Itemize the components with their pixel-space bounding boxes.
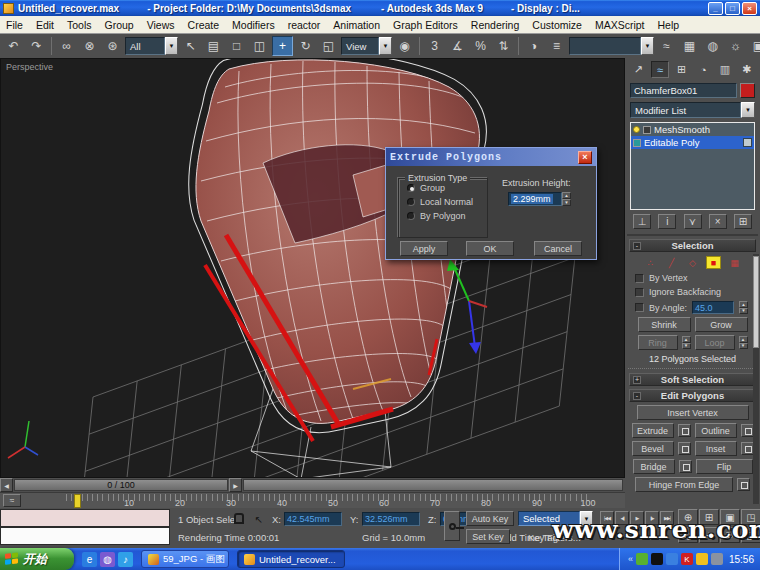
taskbar-item-3dsmax[interactable]: Untitled_recover... xyxy=(237,550,345,568)
by-angle-checkbox[interactable] xyxy=(635,303,644,312)
track-range[interactable]: 0 / 100 xyxy=(14,479,228,491)
loop-button[interactable]: Loop xyxy=(695,335,735,350)
border-mode-icon[interactable]: ◇ xyxy=(685,256,700,269)
angle-snap-icon[interactable]: ∡ xyxy=(447,36,468,56)
region-select-icon[interactable]: □ xyxy=(226,36,247,56)
undo-icon[interactable]: ↶ xyxy=(3,36,24,56)
bevel-settings-icon[interactable] xyxy=(678,442,691,455)
tab-modify-icon[interactable]: ≈ xyxy=(651,61,670,78)
minimize-button[interactable]: _ xyxy=(708,2,723,15)
by-angle-field[interactable]: 45.0 xyxy=(692,301,734,314)
spinner-snap-icon[interactable]: ⇅ xyxy=(493,36,514,56)
tab-motion-icon[interactable]: ◔ xyxy=(694,61,713,78)
pin-stack-icon[interactable]: ⊥ xyxy=(633,214,651,229)
edge-mode-icon[interactable]: ╱ xyxy=(664,256,679,269)
grow-button[interactable]: Grow xyxy=(695,317,748,332)
perspective-viewport[interactable]: Perspective xyxy=(0,58,625,478)
material-editor-icon[interactable]: ◍ xyxy=(702,36,723,56)
align-icon[interactable]: ≡ xyxy=(546,36,567,56)
flip-button[interactable]: Flip xyxy=(696,459,753,474)
spinner-up-icon[interactable]: ▲ xyxy=(562,192,571,199)
mini-curve-editor-icon[interactable]: ≈ xyxy=(3,494,21,507)
menu-maxscript[interactable]: MAXScript xyxy=(595,19,645,31)
menu-tools[interactable]: Tools xyxy=(67,19,92,31)
move-tool-icon[interactable]: + xyxy=(272,36,293,56)
desktop-quicklaunch-icon[interactable]: ◍ xyxy=(100,552,115,567)
named-selection-sets-dropdown[interactable]: ▼ xyxy=(569,37,654,55)
modifier-list-dropdown[interactable]: Modifier List ▼ xyxy=(630,102,755,118)
track-prev-icon[interactable]: ◀ xyxy=(0,478,13,492)
dialog-close-icon[interactable]: × xyxy=(578,151,592,164)
tab-hierarchy-icon[interactable]: ⊞ xyxy=(672,61,691,78)
viewport-label[interactable]: Perspective xyxy=(6,62,53,72)
bevel-button[interactable]: Bevel xyxy=(632,441,674,456)
loop-spinner[interactable]: ▲▼ xyxy=(739,336,748,349)
modifier-on-bulb-icon[interactable] xyxy=(633,126,640,133)
absolute-mode-icon[interactable]: ↖ xyxy=(252,512,266,526)
selection-rollout-header[interactable]: - Selection xyxy=(629,239,756,252)
redo-icon[interactable]: ↷ xyxy=(26,36,47,56)
element-mode-icon[interactable]: ▦ xyxy=(727,256,742,269)
hinge-settings-icon[interactable] xyxy=(737,478,750,491)
vertex-mode-icon[interactable]: ∴ xyxy=(643,256,658,269)
select-by-name-icon[interactable]: ▤ xyxy=(203,36,224,56)
curve-editor-icon[interactable]: ≈ xyxy=(656,36,677,56)
ring-spinner[interactable]: ▲▼ xyxy=(682,336,691,349)
x-coordinate-field[interactable]: 42.545mm xyxy=(284,512,342,526)
menu-help[interactable]: Help xyxy=(658,19,680,31)
vertex-ticks-icon[interactable] xyxy=(743,138,752,147)
extrusion-height-field[interactable]: 2.299mm xyxy=(508,192,562,206)
radio-by-polygon[interactable]: By Polygon xyxy=(407,211,487,221)
rotate-tool-icon[interactable]: ↻ xyxy=(295,36,316,56)
menu-graph-editors[interactable]: Graph Editors xyxy=(393,19,458,31)
spinner-down-icon[interactable]: ▼ xyxy=(739,308,748,315)
tray-icon-3[interactable] xyxy=(666,553,678,565)
soft-selection-rollout-header[interactable]: + Soft Selection xyxy=(629,373,756,386)
window-crossing-icon[interactable]: ◫ xyxy=(249,36,270,56)
track-next-icon[interactable]: ▶ xyxy=(229,478,242,492)
panel-scrollbar[interactable] xyxy=(753,254,759,504)
tab-utilities-icon[interactable]: ✱ xyxy=(737,61,756,78)
reference-coordinate-dropdown[interactable]: View ▼ xyxy=(341,37,392,55)
tray-icon-1[interactable] xyxy=(636,553,648,565)
schematic-view-icon[interactable]: ▦ xyxy=(679,36,700,56)
stack-item-editable-poly[interactable]: Editable Poly xyxy=(631,136,754,149)
polygon-mode-icon[interactable]: ■ xyxy=(706,256,721,269)
tray-collapse-icon[interactable]: « xyxy=(628,554,633,564)
rollout-collapse-icon[interactable]: - xyxy=(633,392,641,400)
inset-settings-icon[interactable] xyxy=(741,442,754,455)
outline-button[interactable]: Outline xyxy=(695,423,737,438)
render-setup-icon[interactable]: ☼ xyxy=(725,36,746,56)
tray-icon-6[interactable] xyxy=(711,553,723,565)
radio-dot-local-normal[interactable] xyxy=(407,198,415,206)
tray-icon-k[interactable]: K xyxy=(681,553,693,565)
track-bar-extension[interactable] xyxy=(243,479,623,491)
menu-file[interactable]: File xyxy=(6,19,23,31)
menu-animation[interactable]: Animation xyxy=(333,19,380,31)
tray-icon-alert[interactable] xyxy=(696,553,708,565)
time-slider-ruler[interactable]: ≈ 10 20 30 40 50 60 70 80 90 100 xyxy=(0,492,625,508)
window-titlebar[interactable]: Untitled_recover.max - Project Folder: D… xyxy=(0,0,760,16)
set-key-button[interactable]: Set Key xyxy=(466,529,510,544)
selection-filter-dropdown[interactable]: All ▼ xyxy=(125,37,178,55)
by-vertex-checkbox[interactable] xyxy=(635,274,644,283)
tray-icon-qq[interactable] xyxy=(651,553,663,565)
configure-modifier-sets-icon[interactable]: ⊞ xyxy=(734,214,752,229)
ok-button[interactable]: OK xyxy=(466,241,514,256)
tab-display-icon[interactable]: ▥ xyxy=(716,61,735,78)
percent-snap-icon[interactable]: % xyxy=(470,36,491,56)
y-coordinate-field[interactable]: 32.526mm xyxy=(362,512,420,526)
bridge-button[interactable]: Bridge xyxy=(633,459,675,474)
ring-button[interactable]: Ring xyxy=(638,335,678,350)
menu-modifiers[interactable]: Modifiers xyxy=(232,19,275,31)
macro-recorder-pane[interactable] xyxy=(0,509,170,527)
start-button[interactable]: 开始 xyxy=(0,548,74,570)
menu-reactor[interactable]: reactor xyxy=(288,19,321,31)
stack-item-meshsmooth[interactable]: MeshSmooth xyxy=(631,123,754,136)
spinner-down-icon[interactable]: ▼ xyxy=(562,199,571,206)
make-unique-icon[interactable]: ⋎ xyxy=(684,214,702,229)
bridge-settings-icon[interactable] xyxy=(679,460,692,473)
rollout-expand-icon[interactable]: + xyxy=(633,376,641,384)
scale-tool-icon[interactable]: ◱ xyxy=(318,36,339,56)
maxscript-listener-pane[interactable] xyxy=(0,527,170,545)
